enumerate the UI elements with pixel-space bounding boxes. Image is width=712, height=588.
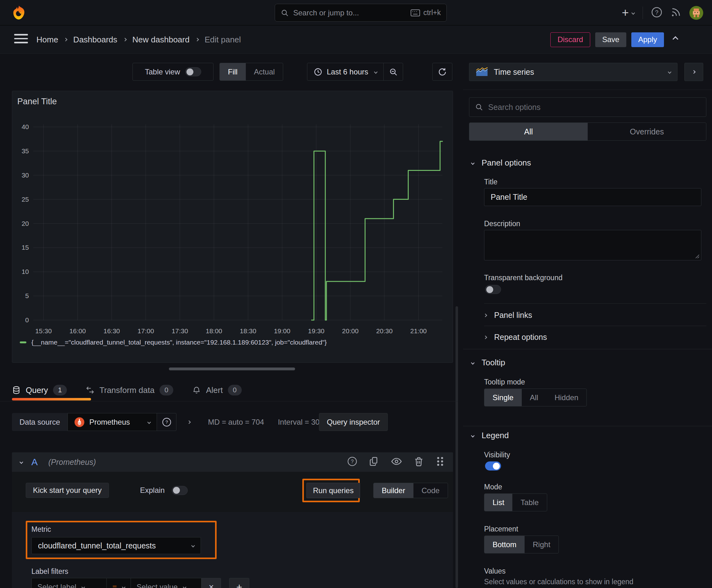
- collapse-query-icon[interactable]: [19, 460, 23, 464]
- apply-button[interactable]: Apply: [631, 33, 664, 47]
- datasource-name: Prometheus: [89, 418, 144, 426]
- panel-description-input[interactable]: [484, 230, 701, 260]
- datasource-help-button[interactable]: ?: [157, 413, 176, 431]
- keyboard-icon: [411, 9, 420, 16]
- legend-visibility-toggle[interactable]: [485, 461, 501, 470]
- add-filter-button[interactable]: +: [229, 578, 249, 588]
- tab-transform-data[interactable]: Transform data 0: [86, 385, 173, 396]
- time-range-control: Last 6 hours: [307, 63, 403, 81]
- duplicate-query-button[interactable]: [369, 456, 380, 468]
- actual-option[interactable]: Actual: [246, 63, 283, 80]
- add-menu-button[interactable]: +: [622, 6, 634, 19]
- table-view-toggle[interactable]: [185, 67, 201, 76]
- collapse-options-button[interactable]: [669, 37, 682, 42]
- legend-values-label: Values: [484, 567, 506, 575]
- horizontal-scrollbar[interactable]: [169, 368, 295, 370]
- tooltip-mode-single[interactable]: Single: [484, 389, 522, 406]
- save-button[interactable]: Save: [595, 33, 626, 47]
- user-avatar[interactable]: [689, 6, 703, 20]
- repeat-options-section-header[interactable]: Repeat options: [484, 333, 547, 342]
- builder-code-segmented: Builder Code: [373, 483, 448, 498]
- grafana-logo-icon[interactable]: [11, 5, 26, 22]
- datasource-picker[interactable]: Prometheus: [67, 413, 157, 431]
- code-option[interactable]: Code: [413, 483, 448, 498]
- panel-preview[interactable]: Panel Title 051015202530354015:3016:0016…: [12, 91, 453, 363]
- select-value-dropdown[interactable]: Select value: [131, 578, 201, 588]
- refresh-button[interactable]: [432, 63, 452, 81]
- chevron-down-icon: [122, 585, 125, 588]
- options-search-input[interactable]: [488, 103, 700, 112]
- help-button[interactable]: ?: [651, 6, 662, 19]
- chart-legend[interactable]: {__name__="cloudflared_tunnel_total_requ…: [20, 339, 327, 346]
- discard-button[interactable]: Discard: [550, 33, 590, 47]
- bell-icon: [192, 386, 201, 395]
- transparent-background-toggle[interactable]: [485, 285, 501, 294]
- x-axis-tick-label: 16:30: [103, 327, 120, 335]
- query-row-header[interactable]: A (Prometheus) ?: [12, 452, 453, 472]
- breadcrumb-new-dashboard[interactable]: New dashboard: [132, 35, 190, 45]
- breadcrumb-home[interactable]: Home: [37, 35, 58, 45]
- legend-placement-bottom[interactable]: Bottom: [484, 536, 524, 553]
- kick-start-query-button[interactable]: Kick start your query: [26, 483, 109, 498]
- max-data-points: MD = auto = 704: [208, 418, 264, 426]
- tooltip-mode-hidden[interactable]: Hidden: [546, 389, 586, 406]
- select-label-dropdown[interactable]: Select label: [31, 578, 107, 588]
- zoom-out-button[interactable]: [383, 63, 403, 80]
- legend-mode-list[interactable]: List: [484, 494, 512, 511]
- nav-bar: Home Dashboards New dashboard Edit panel…: [0, 25, 712, 54]
- panel-title-input[interactable]: [484, 188, 701, 206]
- resize-grip-icon[interactable]: [694, 253, 699, 258]
- query-stats: MD = auto = 704 Interval = 30s: [208, 413, 323, 431]
- visualization-picker[interactable]: Time series: [469, 63, 677, 81]
- menu-toggle-icon[interactable]: [14, 34, 28, 46]
- panel-links-section-header[interactable]: Panel links: [484, 311, 532, 320]
- operator-dropdown[interactable]: =: [107, 578, 131, 588]
- y-axis-tick-label: 30: [22, 171, 29, 179]
- legend-placement-right[interactable]: Right: [524, 536, 559, 553]
- run-queries-button[interactable]: Run queries: [306, 483, 360, 498]
- global-search-input[interactable]: Search or jump to... ctrl+k: [275, 4, 447, 22]
- tab-overrides[interactable]: Overrides: [588, 123, 706, 141]
- chevron-right-icon: [188, 420, 191, 424]
- query-builder-body: Metric cloudflared_tunnel_total_requests…: [12, 512, 453, 588]
- chevron-down-icon: [471, 434, 474, 437]
- divider: [0, 401, 458, 401]
- breadcrumb-dashboards[interactable]: Dashboards: [73, 35, 117, 45]
- legend-section-header[interactable]: Legend: [472, 430, 509, 440]
- divider: [463, 89, 712, 90]
- panel-options-section-header[interactable]: Panel options: [472, 158, 531, 168]
- chevron-right-icon: [483, 335, 487, 339]
- series-line: [312, 141, 442, 320]
- time-range-label: Last 6 hours: [327, 67, 368, 76]
- fill-option[interactable]: Fill: [220, 63, 246, 80]
- tooltip-section-header[interactable]: Tooltip: [472, 358, 505, 368]
- hide-query-eye-button[interactable]: [391, 456, 402, 468]
- drag-handle-icon[interactable]: [435, 456, 445, 468]
- vertical-scrollbar[interactable]: [455, 306, 458, 588]
- metric-select[interactable]: cloudflared_tunnel_total_requests: [31, 537, 201, 554]
- tooltip-mode-all[interactable]: All: [522, 389, 546, 406]
- news-rss-button[interactable]: [671, 7, 681, 19]
- remove-filter-button[interactable]: ×: [201, 578, 221, 588]
- delete-query-button[interactable]: [413, 456, 424, 468]
- legend-mode-table[interactable]: Table: [512, 494, 546, 511]
- tab-alert[interactable]: Alert 0: [192, 385, 241, 396]
- explain-toggle[interactable]: [172, 486, 188, 495]
- svg-text:?: ?: [655, 9, 658, 15]
- plus-icon: +: [622, 6, 629, 19]
- x-axis-tick-label: 20:00: [342, 327, 359, 335]
- tab-all[interactable]: All: [469, 123, 588, 141]
- query-inspector-button[interactable]: Query inspector: [319, 413, 388, 431]
- x-axis-tick-label: 18:00: [206, 327, 222, 335]
- x-axis-tick-label: 17:00: [137, 327, 154, 335]
- x-axis-tick-label: 17:30: [172, 327, 188, 335]
- search-icon: [475, 103, 483, 111]
- query-help-button[interactable]: ?: [347, 456, 358, 468]
- builder-option[interactable]: Builder: [373, 483, 413, 498]
- tab-query[interactable]: Query 1: [12, 385, 67, 396]
- interval: Interval = 30s: [278, 418, 323, 426]
- time-range-button[interactable]: Last 6 hours: [307, 63, 383, 80]
- viz-suggestions-button[interactable]: [684, 63, 703, 81]
- expand-options-button[interactable]: [188, 413, 190, 431]
- options-search[interactable]: [469, 97, 706, 117]
